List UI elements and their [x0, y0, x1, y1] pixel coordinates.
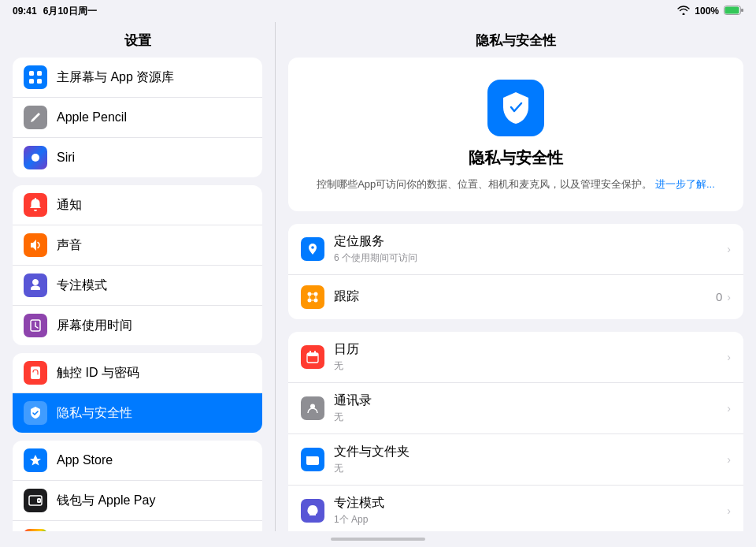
- focus2-icon: [301, 499, 324, 523]
- calendar-label: 日历: [334, 341, 727, 358]
- location-label: 定位服务: [334, 233, 727, 250]
- sounds-label: 声音: [57, 237, 82, 254]
- sidebar-title: 设置: [0, 22, 275, 58]
- wallet-label: 钱包与 Apple Pay: [57, 493, 155, 509]
- svg-rect-9: [31, 367, 40, 379]
- location-icon: [301, 237, 324, 261]
- files-icon: [301, 448, 324, 471]
- detail-row-tracking[interactable]: 跟踪 0 ›: [288, 275, 743, 319]
- svg-rect-25: [307, 353, 318, 356]
- sidebar-item-focus[interactable]: 专注模式: [13, 266, 262, 306]
- battery-icon: [724, 6, 743, 17]
- contacts-icon: [301, 396, 324, 420]
- svg-rect-5: [29, 79, 34, 84]
- privacy-label: 隐私与安全性: [57, 405, 132, 422]
- svg-rect-12: [39, 500, 40, 501]
- files-chevron: ›: [727, 453, 731, 466]
- sidebar-item-appstore[interactable]: App Store: [13, 441, 262, 481]
- svg-rect-1: [741, 9, 743, 12]
- calendar-sublabel: 无: [334, 359, 727, 373]
- contacts-label: 通讯录: [334, 393, 727, 409]
- focus-label: 专注模式: [57, 277, 107, 294]
- sidebar-item-notifications[interactable]: 通知: [13, 185, 262, 225]
- calendar-chevron: ›: [727, 351, 731, 363]
- privacy-icon: [24, 401, 47, 425]
- tracking-chevron: ›: [727, 291, 731, 303]
- svg-rect-6: [37, 79, 42, 84]
- detail-row-files[interactable]: 文件与文件夹 无 ›: [288, 434, 743, 486]
- sounds-icon: [24, 233, 47, 257]
- notifications-label: 通知: [57, 197, 82, 214]
- contacts-chevron: ›: [727, 402, 731, 415]
- appstore-label: App Store: [57, 453, 113, 467]
- focus2-label: 专注模式: [334, 495, 727, 512]
- svg-point-20: [308, 292, 312, 296]
- detail-title: 隐私与安全性: [276, 22, 756, 58]
- touch-id-icon: [24, 361, 47, 385]
- hero-title: 隐私与安全性: [469, 147, 563, 169]
- tracking-icon: [301, 285, 324, 309]
- sidebar-item-touch-id[interactable]: 触控 ID 与密码: [13, 353, 262, 393]
- touch-id-label: 触控 ID 与密码: [57, 365, 139, 381]
- main-layout: 设置 主屏幕与 App 资源库: [0, 22, 756, 531]
- home-screen-icon: [24, 65, 47, 89]
- screen-time-icon: [24, 314, 47, 337]
- svg-point-22: [308, 298, 312, 302]
- detail-row-location[interactable]: 定位服务 6 个使用期间可访问 ›: [288, 224, 743, 275]
- wallet-icon: [24, 489, 47, 512]
- sidebar-group-1: 主屏幕与 App 资源库 Apple Pencil: [13, 58, 262, 177]
- home-screen-label: 主屏幕与 App 资源库: [57, 69, 174, 86]
- status-date: 6月10日周一: [43, 5, 97, 18]
- sidebar-group-3: 触控 ID 与密码 隐私与安全性: [13, 353, 262, 433]
- sidebar-item-siri[interactable]: Siri: [13, 138, 262, 177]
- detail-row-contacts[interactable]: 通讯录 无 ›: [288, 383, 743, 434]
- apple-pencil-label: Apple Pencil: [57, 110, 127, 125]
- home-indicator: [0, 531, 756, 547]
- apple-pencil-icon: [24, 106, 47, 129]
- sidebar: 设置 主屏幕与 App 资源库: [0, 22, 276, 531]
- sidebar-item-apple-pencil[interactable]: Apple Pencil: [13, 98, 262, 138]
- status-time: 09:41: [13, 6, 37, 17]
- sidebar-item-wallet[interactable]: 钱包与 Apple Pay: [13, 481, 262, 521]
- appstore-icon: [24, 448, 47, 472]
- focus2-chevron: ›: [727, 504, 731, 517]
- screen-time-label: 屏幕使用时间: [57, 318, 132, 334]
- svg-point-23: [314, 298, 318, 302]
- sidebar-item-sounds[interactable]: 声音: [13, 225, 262, 266]
- detail-group-2: 7 日历 无 › 通讯录: [288, 332, 743, 532]
- svg-text:7: 7: [309, 357, 312, 362]
- svg-rect-26: [309, 351, 311, 354]
- battery-text: 100%: [695, 6, 719, 17]
- detail-hero: 隐私与安全性 控制哪些App可访问你的数据、位置、相机和麦克风，以及管理安全保护…: [288, 58, 743, 211]
- wifi-icon: [677, 6, 690, 17]
- detail-row-calendar[interactable]: 7 日历 无 ›: [288, 332, 743, 383]
- sidebar-item-screen-time[interactable]: 屏幕使用时间: [13, 306, 262, 345]
- calendar-icon: 7: [301, 345, 324, 369]
- svg-point-21: [314, 292, 318, 296]
- detail-pane: 隐私与安全性 隐私与安全性 控制哪些App可访问你的数据、位置、相机和麦克风，以…: [276, 22, 756, 531]
- svg-rect-4: [37, 71, 42, 76]
- files-label: 文件与文件夹: [334, 444, 727, 460]
- sidebar-scroll: 主屏幕与 App 资源库 Apple Pencil: [0, 58, 275, 531]
- home-bar: [331, 538, 425, 541]
- svg-rect-3: [29, 71, 34, 76]
- location-chevron: ›: [727, 243, 731, 255]
- siri-label: Siri: [57, 151, 75, 165]
- tracking-label: 跟踪: [334, 288, 716, 305]
- files-sublabel: 无: [334, 462, 727, 475]
- focus-icon: [24, 274, 47, 297]
- sidebar-group-2: 通知 声音: [13, 185, 262, 345]
- focus2-sublabel: 1个 App: [334, 513, 727, 527]
- hero-desc: 控制哪些App可访问你的数据、位置、相机和麦克风，以及管理安全保护。 进一步了解…: [317, 177, 715, 192]
- detail-group-1: 定位服务 6 个使用期间可访问 ›: [288, 224, 743, 319]
- hero-link[interactable]: 进一步了解...: [655, 178, 715, 190]
- svg-point-7: [32, 154, 39, 162]
- detail-row-focus2[interactable]: 专注模式 1个 App ›: [288, 486, 743, 532]
- sidebar-item-gamecenter[interactable]: Game Center: [13, 521, 262, 531]
- contacts-sublabel: 无: [334, 411, 727, 424]
- svg-rect-2: [725, 6, 739, 13]
- location-sublabel: 6 个使用期间可访问: [334, 251, 727, 265]
- notifications-icon: [24, 193, 47, 217]
- sidebar-item-home-screen[interactable]: 主屏幕与 App 资源库: [13, 58, 262, 98]
- sidebar-item-privacy[interactable]: 隐私与安全性: [13, 393, 262, 433]
